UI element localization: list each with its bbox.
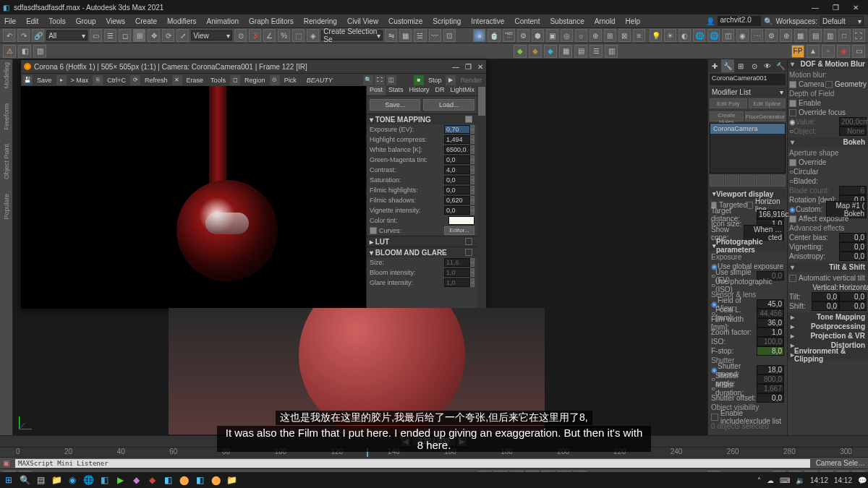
menu-scripting[interactable]: Scripting (433, 17, 461, 25)
autovert-check[interactable] (789, 275, 796, 282)
corona-refresh-btn[interactable]: Refresh (142, 77, 171, 84)
corona-1to1-icon[interactable]: ◫ (386, 75, 396, 85)
menu-grapheditors[interactable]: Graph Editors (249, 17, 294, 25)
modstack-pin[interactable] (710, 175, 724, 187)
tray-cloud-icon[interactable]: ☁ (767, 476, 774, 484)
tool-a[interactable]: ⚙ (517, 29, 529, 42)
select-button[interactable]: ▭ (90, 29, 102, 42)
sat-value[interactable]: 0,0 (444, 176, 470, 184)
menu-group[interactable]: Group (76, 17, 96, 25)
highlight-spinner[interactable] (470, 135, 475, 144)
modstack-config[interactable] (771, 175, 786, 187)
exposure-spinner[interactable] (470, 125, 475, 134)
app-icon-5[interactable]: ◧ (192, 473, 207, 487)
layout2-button[interactable]: ▥ (824, 29, 836, 42)
cmd-utilities-tab[interactable]: 🔨 (774, 59, 787, 72)
maxscript-listener[interactable]: MAXScript Mini Listener (15, 459, 810, 468)
corona-region-icon[interactable]: ◻ (230, 75, 240, 85)
rollout-photo-params[interactable]: ▾ Photographic parameters (710, 241, 786, 251)
sun-button[interactable]: ☀ (664, 29, 676, 42)
editpoly-button[interactable]: ◈ (307, 29, 319, 42)
fsh-spinner[interactable] (470, 196, 475, 205)
corona-load-preset[interactable]: Load... (423, 99, 475, 111)
cmd-hierarchy-tab[interactable]: ⊞ (734, 59, 747, 72)
targetdist-value[interactable]: 166,916c (757, 210, 784, 219)
cube-button[interactable]: ◫ (722, 29, 734, 42)
layers-button[interactable]: ☱ (414, 29, 426, 42)
tool-d[interactable]: ◎ (561, 29, 573, 42)
prop-tonemapping[interactable]: ▸Tone Mapping (788, 312, 868, 322)
t2-k[interactable]: ▫ (822, 45, 835, 58)
corona-copy-icon[interactable]: ⎘ (93, 75, 103, 85)
contrast-value[interactable]: 4,0 (444, 166, 470, 174)
t2-e[interactable]: ◆ (544, 45, 557, 58)
gm-spinner[interactable] (470, 155, 475, 164)
globe-button[interactable]: 🌐 (693, 29, 705, 42)
menu-help[interactable]: Help (626, 17, 641, 25)
search-icon[interactable]: 🔍 (764, 17, 773, 25)
corona-save-btn[interactable]: Save (34, 77, 55, 84)
filmw-value[interactable]: 36,0 (757, 318, 784, 328)
dof-override-check[interactable] (789, 109, 796, 116)
menu-interactive[interactable]: Interactive (471, 17, 504, 25)
exposure-value[interactable]: 0,70 (444, 125, 470, 134)
modstack-show[interactable] (725, 175, 739, 187)
modifier-list-dropdown[interactable]: Modifier List▾ (710, 87, 786, 97)
cmd-display-tab[interactable]: 👁 (761, 59, 774, 72)
tool-e[interactable]: ☼ (575, 29, 587, 42)
corona-save-preset[interactable]: Save... (370, 99, 421, 111)
pivot-button[interactable]: ⊙ (234, 29, 247, 42)
tray-lang-icon[interactable]: ⌨ (780, 476, 790, 484)
menu-create[interactable]: Create (135, 17, 157, 25)
tab-modeling[interactable]: Modeling (3, 62, 10, 89)
material-editor-button[interactable]: ● (473, 29, 485, 42)
app-icon-6[interactable]: ⬤ (208, 473, 223, 487)
render-frame-button[interactable]: 🎬 (503, 29, 515, 42)
system-date[interactable]: 14:12 (834, 476, 852, 484)
corona-bloom-enable[interactable] (465, 249, 472, 256)
folder-icon[interactable]: 📁 (224, 473, 239, 487)
grid-button[interactable]: ▦ (794, 29, 807, 42)
tray-net-icon[interactable]: 🔉 (796, 476, 804, 484)
modifier-stack[interactable]: CoronaCamera (710, 123, 786, 174)
menu-rendering[interactable]: Rendering (304, 17, 337, 25)
render-setup-button[interactable]: 🍵 (488, 29, 500, 42)
user-name[interactable]: archvit2.0 (718, 16, 761, 26)
3dsmax-icon[interactable]: ◧ (97, 473, 111, 487)
glare-int-value[interactable]: 1,0 (444, 278, 470, 287)
mb-camera-check[interactable] (789, 81, 796, 88)
wb-value[interactable]: 6500,0 (444, 145, 470, 154)
t2-c[interactable]: ◆ (514, 45, 527, 58)
prop-tiltshift[interactable]: ▾Tilt & Shift (788, 262, 868, 272)
t2-d[interactable]: ◆ (529, 45, 542, 58)
menu-edit[interactable]: Edit (26, 17, 38, 25)
link-button[interactable]: 🔗 (32, 29, 44, 42)
t2-m[interactable]: ▭ (852, 45, 865, 58)
tool-h[interactable]: ⊠ (618, 29, 631, 42)
angle-snap-button[interactable]: ∠ (263, 29, 276, 42)
mirror-button[interactable]: ⇋ (385, 29, 397, 42)
fstop-value[interactable]: 8,0 (757, 346, 784, 356)
notification-icon[interactable]: 💬 (858, 476, 867, 484)
globe2-button[interactable]: 🌐 (707, 29, 720, 42)
t2-j[interactable]: ▲ (807, 45, 820, 58)
chrome-icon[interactable]: 🌐 (81, 473, 95, 487)
max-button[interactable]: ⛶ (853, 29, 865, 42)
taskview-icon[interactable]: ▤ (33, 473, 48, 487)
bloom-int-value[interactable]: 1,0 (444, 268, 470, 277)
t2-g[interactable]: ▤ (574, 45, 587, 58)
t2-h[interactable]: ☰ (590, 45, 603, 58)
mod-floorgen-btn[interactable]: FloorGenerator (745, 111, 786, 121)
shadow-button[interactable]: ◐ (678, 29, 691, 42)
fp-button[interactable]: FP (791, 45, 804, 58)
refcoord-dropdown[interactable]: View▾ (191, 30, 232, 40)
corona-fit-icon[interactable]: ⛶ (375, 75, 385, 85)
named-selection-set[interactable]: Create Selection Se▾ (321, 30, 383, 40)
maximize-button[interactable]: ❐ (826, 1, 845, 13)
prop-postprocessing[interactable]: ▸Postprocessing (788, 322, 868, 331)
corona-erase-icon[interactable]: ✕ (172, 75, 182, 85)
corona-refresh-icon[interactable]: ⟳ (130, 75, 140, 85)
corona-tomax-btn[interactable]: > Max (68, 77, 92, 84)
t2-i[interactable]: ▥ (605, 45, 618, 58)
spinner-snap-button[interactable]: ⬚ (292, 29, 305, 42)
